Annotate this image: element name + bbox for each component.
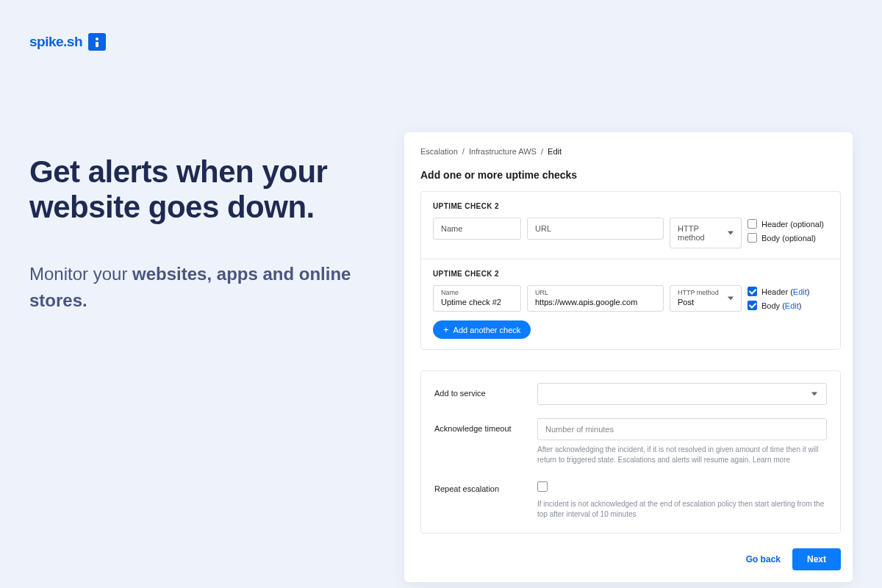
marketing-subhead: Monitor your websites, apps and online s…: [29, 261, 360, 314]
add-another-label: Add another check: [453, 326, 521, 334]
breadcrumb-current: Edit: [548, 147, 562, 156]
url-field-2[interactable]: URL https://www.apis.google.com: [527, 285, 664, 312]
page-title: Add one or more uptime checks: [420, 169, 841, 181]
header-checkbox-row[interactable]: Header (optional): [747, 219, 828, 229]
next-button[interactable]: Next: [792, 548, 841, 570]
body-label-2: Body (Edit): [761, 301, 801, 310]
body-checkbox-2[interactable]: [747, 301, 757, 310]
settings-panel: Add to service Acknowledge timeout After…: [420, 370, 841, 534]
name-placeholder: Name: [434, 218, 520, 239]
add-to-service-select[interactable]: [537, 383, 827, 405]
method-value: Post: [678, 298, 734, 306]
breadcrumb-escalation[interactable]: Escalation: [420, 147, 458, 156]
brand-name: spike.sh: [29, 34, 82, 50]
brand-mark-icon: [88, 33, 106, 51]
body-checkbox-row-2[interactable]: Body (Edit): [747, 301, 828, 310]
name-value: Uptime check #2: [441, 298, 513, 306]
uptime-check-heading-1: UPTIME CHECK 2: [433, 202, 828, 210]
http-method-select-2[interactable]: HTTP method Post: [670, 285, 742, 312]
repeat-escalation-label: Repeat escalation: [434, 478, 523, 493]
http-method-select[interactable]: HTTP method: [670, 218, 742, 248]
body-checkbox-row[interactable]: Body (optional): [747, 233, 828, 243]
url-value: https://www.apis.google.com: [535, 298, 656, 306]
header-checkbox-2[interactable]: [747, 287, 757, 296]
repeat-escalation-checkbox[interactable]: [537, 481, 548, 492]
ack-timeout-helper: After acknowledging the incident, if it …: [537, 445, 827, 465]
url-mini: URL: [535, 289, 656, 296]
app-card: Escalation / Infrastructure AWS / Edit A…: [404, 132, 853, 582]
body-edit-link[interactable]: Edit: [785, 301, 799, 310]
header-edit-link[interactable]: Edit: [793, 287, 807, 296]
add-another-check-button[interactable]: + Add another check: [433, 320, 531, 339]
body-label: Body (optional): [761, 234, 816, 243]
url-field[interactable]: URL: [527, 218, 664, 240]
name-mini: Name: [441, 289, 513, 296]
name-field[interactable]: Name: [433, 218, 521, 240]
marketing-headline: Get alerts when your website goes down.: [29, 154, 375, 226]
breadcrumb-infra[interactable]: Infrastructure AWS: [469, 147, 537, 156]
brand-logo: spike.sh: [29, 33, 106, 51]
header-checkbox-row-2[interactable]: Header (Edit): [747, 287, 828, 296]
ack-timeout-input[interactable]: [537, 418, 827, 440]
optional-checks-2: Header (Edit) Body (Edit): [747, 285, 828, 310]
uptime-check-block-1: UPTIME CHECK 2 Name URL HTTP method Head…: [421, 192, 840, 259]
breadcrumb-sep: /: [541, 147, 543, 156]
uptime-check-block-2: UPTIME CHECK 2 Name Uptime check #2 URL …: [421, 259, 840, 349]
plus-icon: +: [443, 325, 449, 334]
footer-actions: Go back Next: [420, 548, 841, 570]
uptime-check-heading-2: UPTIME CHECK 2: [433, 270, 828, 278]
body-checkbox[interactable]: [747, 233, 757, 243]
breadcrumb-sep: /: [462, 147, 465, 156]
optional-checks-1: Header (optional) Body (optional): [747, 218, 828, 243]
uptime-checks-panel: UPTIME CHECK 2 Name URL HTTP method Head…: [420, 191, 841, 350]
go-back-button[interactable]: Go back: [746, 554, 781, 564]
header-label: Header (optional): [761, 220, 824, 229]
svg-point-0: [96, 37, 98, 40]
ack-timeout-label: Acknowledge timeout: [434, 418, 523, 433]
header-checkbox[interactable]: [747, 219, 757, 229]
repeat-escalation-helper: If incident is not acknowledged at the e…: [537, 499, 827, 520]
header-label-2: Header (Edit): [761, 287, 809, 296]
method-mini: HTTP method: [678, 289, 734, 296]
http-method-placeholder: HTTP method: [670, 218, 741, 248]
breadcrumb: Escalation / Infrastructure AWS / Edit: [420, 147, 841, 156]
add-to-service-label: Add to service: [434, 383, 523, 398]
name-field-2[interactable]: Name Uptime check #2: [433, 285, 521, 312]
url-placeholder: URL: [528, 218, 663, 239]
sub-prefix: Monitor your: [29, 264, 132, 284]
